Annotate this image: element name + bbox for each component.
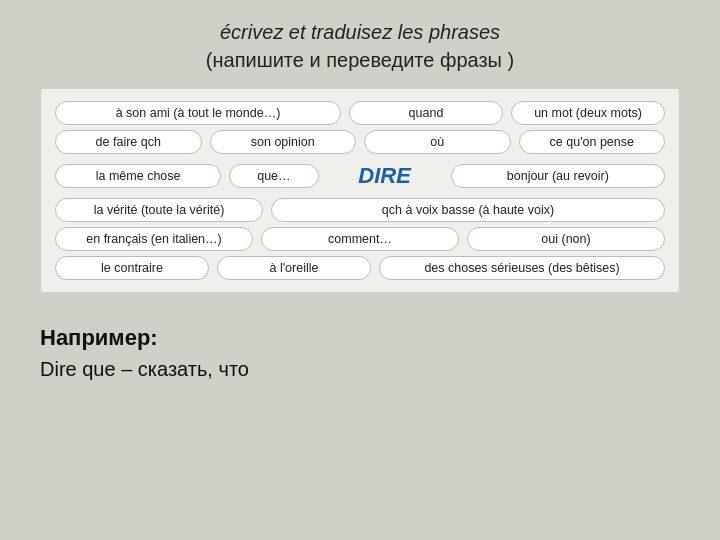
phrase-row-2: la même choseque…DIREbonjour (au revoir) xyxy=(55,159,665,193)
phrase-row-1: de faire qchson opinionoùce qu'on pense xyxy=(55,130,665,154)
chip-1-1: son opinion xyxy=(210,130,357,154)
chip-2-1: que… xyxy=(229,164,318,188)
chip-5-2: des choses sérieuses (des bêtises) xyxy=(379,256,665,280)
chip-1-0: de faire qch xyxy=(55,130,202,154)
chip-1-2: où xyxy=(364,130,511,154)
chip-5-0: le contraire xyxy=(55,256,209,280)
title-line1: écrivez et traduisez les phrases xyxy=(220,21,500,43)
chip-0-1: quand xyxy=(349,101,503,125)
main-container: écrivez et traduisez les phrases (напиши… xyxy=(0,0,720,317)
phrase-row-4: en français (en italien…)comment…oui (no… xyxy=(55,227,665,251)
title-line2: (напишите и переведите фразы ) xyxy=(206,49,514,71)
bottom-section: Например: Dire que – сказать, что xyxy=(0,317,720,388)
chip-2-3: bonjour (au revoir) xyxy=(451,164,665,188)
bottom-line1: Например: xyxy=(40,321,680,354)
chip-4-0: en français (en italien…) xyxy=(55,227,253,251)
chip-4-2: oui (non) xyxy=(467,227,665,251)
phrases-card: à son ami (à tout le monde…)quandun mot … xyxy=(40,88,680,293)
chip-0-2: un mot (deux mots) xyxy=(511,101,665,125)
page-title: écrivez et traduisez les phrases (напиши… xyxy=(40,18,680,74)
chip-5-1: à l'oreille xyxy=(217,256,371,280)
chip-2-0: la même chose xyxy=(55,164,221,188)
phrase-row-0: à son ami (à tout le monde…)quandun mot … xyxy=(55,101,665,125)
chip-3-1: qch à voix basse (à haute voix) xyxy=(271,198,665,222)
bottom-line2: Dire que – сказать, что xyxy=(40,354,680,384)
chip-2-2: DIRE xyxy=(327,159,443,193)
chip-4-1: comment… xyxy=(261,227,459,251)
chip-3-0: la vérité (toute la vérité) xyxy=(55,198,263,222)
phrase-row-5: le contraireà l'oreilledes choses sérieu… xyxy=(55,256,665,280)
chip-0-0: à son ami (à tout le monde…) xyxy=(55,101,341,125)
rows-container: à son ami (à tout le monde…)quandun mot … xyxy=(55,101,665,280)
chip-1-3: ce qu'on pense xyxy=(519,130,666,154)
phrase-row-3: la vérité (toute la vérité)qch à voix ba… xyxy=(55,198,665,222)
